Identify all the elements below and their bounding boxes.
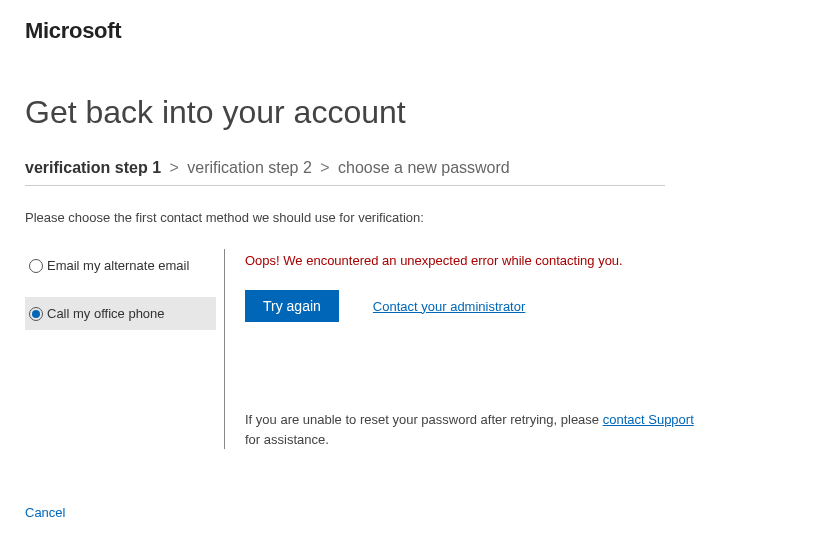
breadcrumb-step-2: verification step 2 [187, 159, 312, 176]
page-title: Get back into your account [25, 94, 797, 131]
body-area: Email my alternate email Call my office … [25, 249, 797, 449]
breadcrumb-separator: > [316, 159, 333, 176]
support-text-after: for assistance. [245, 432, 329, 447]
method-call-office[interactable]: Call my office phone [25, 297, 216, 330]
error-message: Oops! We encountered an unexpected error… [245, 253, 705, 268]
radio-icon [29, 259, 43, 273]
cancel-link[interactable]: Cancel [25, 505, 65, 520]
breadcrumb: verification step 1 > verification step … [25, 159, 665, 186]
microsoft-logo: Microsoft [25, 18, 797, 44]
breadcrumb-separator: > [166, 159, 183, 176]
support-text-before: If you are unable to reset your password… [245, 412, 603, 427]
contact-support-link[interactable]: contact Support [603, 412, 694, 427]
instructions-text: Please choose the first contact method w… [25, 210, 797, 225]
radio-icon [29, 307, 43, 321]
method-label: Email my alternate email [47, 258, 189, 273]
method-email-alternate[interactable]: Email my alternate email [25, 249, 216, 282]
contact-methods-list: Email my alternate email Call my office … [25, 249, 225, 449]
method-label: Call my office phone [47, 306, 165, 321]
verification-panel: Oops! We encountered an unexpected error… [225, 249, 705, 449]
support-text: If you are unable to reset your password… [245, 410, 705, 449]
try-again-button[interactable]: Try again [245, 290, 339, 322]
breadcrumb-step-1: verification step 1 [25, 159, 161, 176]
breadcrumb-step-3: choose a new password [338, 159, 510, 176]
contact-administrator-link[interactable]: Contact your administrator [373, 299, 525, 314]
action-row: Try again Contact your administrator [245, 290, 705, 322]
